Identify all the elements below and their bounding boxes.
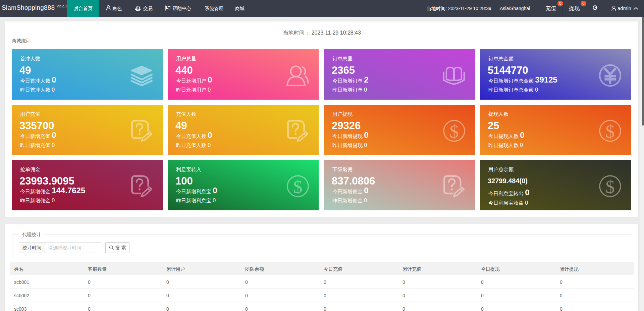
svg-text:$: $ [605,176,615,197]
svg-text:$: $ [449,121,459,142]
svg-text:$: $ [605,121,615,142]
svg-text:$: $ [293,176,303,197]
